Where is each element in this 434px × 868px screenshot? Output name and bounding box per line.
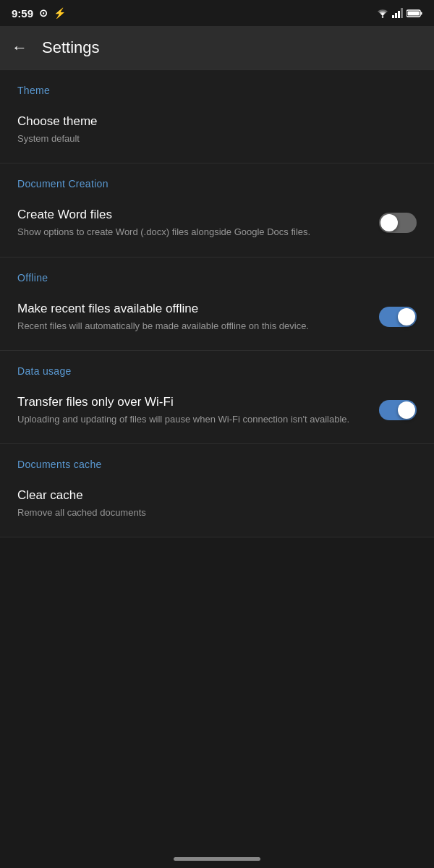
toggle-thumb-create-word [380,214,398,231]
app-bar: ← Settings [0,26,434,69]
signal-icon [392,8,404,18]
battery-icon [407,9,422,18]
section-title-theme: Theme [0,85,434,102]
status-bar: 9:59 ⊙ ⚡ [0,0,434,26]
section-documents-cache: Documents cache Clear cache Remove all c… [0,444,434,537]
setting-title-create-word: Create Word files [17,207,367,223]
setting-title-choose-theme: Choose theme [17,114,405,129]
time-display: 9:59 [12,7,33,20]
setting-title-wifi-only: Transfer files only over Wi-Fi [17,394,367,410]
section-title-offline: Offline [0,272,434,289]
setting-text-clear-cache: Clear cache Remove all cached documents [17,488,417,519]
svg-rect-2 [395,13,397,18]
section-data-usage: Data usage Transfer files only over Wi-F… [0,351,434,443]
svg-point-0 [382,16,383,17]
toggle-create-word[interactable] [379,213,417,233]
section-title-documents-cache: Documents cache [0,459,434,476]
back-button[interactable]: ← [12,38,27,57]
toggle-offline[interactable] [379,307,417,327]
section-theme: Theme Choose theme System default [0,70,434,163]
setting-subtitle-create-word: Show options to create Word (.docx) file… [17,226,367,239]
setting-text-wifi-only: Transfer files only over Wi-Fi Uploading… [17,394,379,426]
svg-rect-1 [392,15,394,18]
status-icons-right [376,8,422,18]
setting-item-offline[interactable]: Make recent files available offline Rece… [0,289,434,344]
wifi-icon [376,8,389,18]
home-indicator [174,857,260,861]
setting-subtitle-offline: Recent files will automatically be made … [17,320,367,333]
page-title: Settings [42,38,100,57]
toggle-thumb-offline [398,308,415,326]
bolt-icon: ⚡ [54,7,66,19]
setting-title-offline: Make recent files available offline [17,301,367,317]
svg-rect-4 [401,8,403,18]
pocket-icon: ⊙ [39,7,48,19]
setting-item-create-word[interactable]: Create Word files Show options to create… [0,195,434,250]
svg-rect-3 [398,11,400,18]
setting-subtitle-clear-cache: Remove all cached documents [17,506,405,519]
section-title-data-usage: Data usage [0,365,434,383]
toggle-thumb-wifi-only [398,401,415,419]
toggle-track-create-word [379,213,417,233]
setting-item-choose-theme[interactable]: Choose theme System default [0,102,434,157]
setting-subtitle-wifi-only: Uploading and updating of files will pau… [17,413,367,426]
setting-text-choose-theme: Choose theme System default [17,114,417,145]
svg-rect-6 [421,12,422,14]
toggle-track-offline [379,307,417,327]
toggle-wifi-only[interactable] [379,400,417,420]
setting-item-clear-cache[interactable]: Clear cache Remove all cached documents [0,476,434,531]
section-document-creation: Document Creation Create Word files Show… [0,163,434,256]
setting-item-wifi-only[interactable]: Transfer files only over Wi-Fi Uploading… [0,383,434,438]
setting-text-offline: Make recent files available offline Rece… [17,301,379,333]
setting-subtitle-choose-theme: System default [17,132,405,145]
section-title-document-creation: Document Creation [0,178,434,195]
settings-content: Theme Choose theme System default Docume… [0,70,434,537]
svg-rect-7 [408,11,420,15]
toggle-track-wifi-only [379,400,417,420]
setting-title-clear-cache: Clear cache [17,488,405,503]
divider-5 [0,537,434,537]
section-offline: Offline Make recent files available offl… [0,258,434,350]
setting-text-create-word: Create Word files Show options to create… [17,207,379,239]
status-time-area: 9:59 ⊙ ⚡ [12,7,66,20]
